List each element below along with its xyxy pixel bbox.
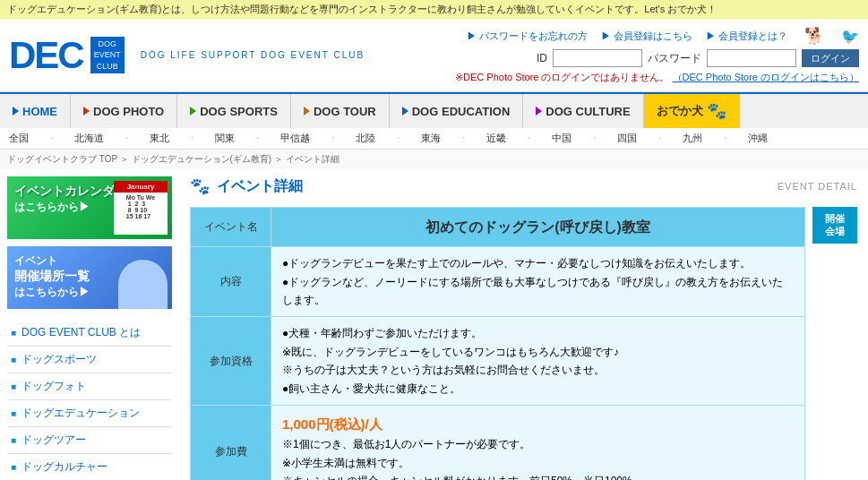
header-links: パスワードをお忘れの方 会員登録はこちら 会員登録とは？ 🐕 🐦 (467, 26, 859, 46)
dog-icon: 🐕 (804, 26, 824, 46)
logo-area: DEC DOGEVENTCLUB DOG LIFE SUPPORT DOG EV… (9, 37, 365, 74)
nav-sports-label: DOG SPORTS (200, 105, 278, 118)
sep3: ・ (178, 132, 206, 145)
content-row: 内容 ●ドッグランデビューを果たす上でのルールや、マナー・必要なしつけ知識をお伝… (191, 247, 805, 317)
region-chugoku[interactable]: 中国 (543, 132, 580, 145)
sep6: ・ (384, 132, 412, 145)
calendar-banner[interactable]: イベントカレンダー はこちらから▶ January Mo Tu We 1 2 3… (7, 176, 172, 239)
breadcrumb-text: ドッグイベントクラブ TOP ＞ ドッグエデュケーション(ギム教育) ＞ イベン… (7, 154, 339, 164)
sidebar-menu-item-3[interactable]: ドッグエデュケーション (7, 400, 172, 427)
region-kyushu[interactable]: 九州 (674, 132, 711, 145)
region-kanto[interactable]: 関東 (206, 132, 244, 145)
region-hokkaido[interactable]: 北海道 (65, 132, 113, 145)
sep5: ・ (319, 132, 347, 145)
dog-placeholder-img (118, 260, 168, 309)
calendar-body: Mo Tu We 1 2 3 8 9 10 15 16 17 (125, 193, 157, 221)
password-input[interactable] (707, 49, 796, 67)
region-nav: 全国 ・ 北海道 ・ 東北 ・ 関東 ・ 甲信越 ・ 北陸 ・ 東海 ・ 近畿 … (0, 128, 868, 150)
nav-home-label: HOME (22, 105, 57, 118)
sep8: ・ (515, 132, 543, 145)
nav-photo-label: DOG PHOTO (93, 105, 164, 118)
event-table: イベント名 初めてのドッグラン(呼び戻し)教室 内容 ●ドッグランデビューを果た… (190, 207, 805, 480)
nav-home[interactable]: HOME (0, 94, 71, 128)
region-koshinetsu[interactable]: 甲信越 (271, 132, 319, 145)
content-title: 🐾 イベント詳細 (190, 176, 303, 196)
nav-education-arrow (402, 107, 408, 116)
sidebar-menu-item-5[interactable]: ドッグカルチャー (7, 454, 172, 480)
sidebar-menu-item-2[interactable]: ドッグフォト (7, 373, 172, 400)
region-hokuriku[interactable]: 北陸 (347, 132, 384, 145)
sidebar-menu-item-4[interactable]: ドッグツアー (7, 427, 172, 454)
nav-education[interactable]: DOG EDUCATION (390, 94, 524, 128)
venue-button[interactable]: 開催 会場 (812, 207, 857, 244)
region-shikoku[interactable]: 四国 (608, 132, 646, 145)
password-label: パスワード (648, 51, 701, 66)
sep7: ・ (450, 132, 477, 145)
id-label: ID (537, 52, 547, 64)
sidebar-menu-item-1[interactable]: ドッグスポーツ (7, 347, 172, 373)
nav-photo[interactable]: DOG PHOTO (71, 94, 177, 128)
nav-photo-arrow (83, 107, 90, 116)
main-layout: イベントカレンダー はこちらから▶ January Mo Tu We 1 2 3… (0, 169, 868, 480)
content-title-text: イベント詳細 (217, 177, 303, 196)
content-area: 🐾 イベント詳細 EVENT DETAIL 開催 会場 イベント名 初めてのドッ… (179, 169, 868, 480)
nav-tour-arrow (304, 107, 310, 116)
nav-home-arrow (13, 107, 19, 116)
register-link[interactable]: 会員登録はこちら (601, 30, 692, 43)
fee-header: 参加費 (191, 405, 271, 480)
fee-amount: 1,000円(税込)/人 (282, 416, 382, 432)
photo-store-notice-text: ※DEC Photo Store のログインではありません。 (455, 72, 669, 82)
id-input[interactable] (553, 49, 642, 67)
venue-banner[interactable]: イベント 開催場所一覧 はこちらから▶ (7, 246, 172, 309)
header: DEC DOGEVENTCLUB DOG LIFE SUPPORT DOG EV… (0, 19, 868, 92)
password-link[interactable]: パスワードをお忘れの方 (467, 30, 588, 43)
odekake-dog-icon: 🐾 (707, 101, 726, 121)
nav-sports-arrow (190, 107, 196, 116)
content-body: 開催 会場 イベント名 初めてのドッグラン(呼び戻し)教室 内容 ●ドッグランデ… (190, 207, 857, 480)
nav-sports[interactable]: DOG SPORTS (177, 94, 291, 128)
top-banner: ドッグエデュケーション(ギム教育)とは、しつけ方法や問題行動などを専門のインスト… (0, 0, 868, 19)
nav-tour-label: DOG TOUR (314, 105, 376, 118)
breadcrumb: ドッグイベントクラブ TOP ＞ ドッグエデュケーション(ギム教育) ＞ イベン… (0, 150, 868, 169)
login-row: ID パスワード ログイン (537, 49, 859, 67)
calendar-header: January (114, 181, 168, 193)
top-banner-text: ドッグエデュケーション(ギム教育)とは、しつけ方法や問題行動などを専門のインスト… (7, 4, 717, 14)
fee-content: 1,000円(税込)/人 ※1個につき、最低お1人のパートナーが必要です。 ※小… (271, 405, 805, 480)
nav-odekake-label: おでか犬 (657, 103, 703, 119)
photo-store-notice: ※DEC Photo Store のログインではありません。 （DEC Phot… (455, 71, 859, 84)
sep11: ・ (711, 132, 739, 145)
region-all[interactable]: 全国 (0, 132, 38, 145)
logo-box: DOGEVENTCLUB (90, 37, 125, 74)
logo-subtitle: DOG LIFE SUPPORT DOG EVENT CLUB (141, 50, 365, 60)
event-name-content: 初めてのドッグラン(呼び戻し)教室 (271, 208, 805, 247)
nav-culture-label: DOG CULTURE (546, 105, 630, 118)
event-name-row: イベント名 初めてのドッグラン(呼び戻し)教室 (191, 208, 805, 247)
content-header-cell: 内容 (191, 247, 271, 317)
photo-store-link[interactable]: （DEC Photo Store のログインはこちら） (673, 72, 859, 82)
sidebar: イベントカレンダー はこちらから▶ January Mo Tu We 1 2 3… (0, 169, 179, 480)
content-header: 🐾 イベント詳細 EVENT DETAIL (190, 176, 857, 196)
register-info-link[interactable]: 会員登録とは？ (706, 30, 787, 43)
nav-culture-arrow (536, 107, 542, 116)
nav-odekake[interactable]: おでか犬 🐾 (644, 94, 740, 128)
sep4: ・ (244, 132, 271, 145)
region-tokai[interactable]: 東海 (412, 132, 450, 145)
event-name-header: イベント名 (191, 208, 271, 247)
region-okinawa[interactable]: 沖縄 (739, 132, 777, 145)
qualification-header: 参加資格 (191, 317, 271, 406)
content-cell: ●ドッグランデビューを果たす上でのルールや、マナー・必要なしつけ知識をお伝えいた… (271, 247, 805, 317)
region-tohoku[interactable]: 東北 (141, 132, 178, 145)
login-button[interactable]: ログイン (802, 49, 859, 67)
event-detail-label: EVENT DETAIL (778, 181, 857, 192)
sidebar-menu-item-0[interactable]: DOG EVENT CLUB とは (7, 320, 172, 347)
twitter-icon: 🐦 (841, 28, 859, 45)
region-kinki[interactable]: 近畿 (477, 132, 515, 145)
nav-culture[interactable]: DOG CULTURE (523, 94, 643, 128)
nav-tour[interactable]: DOG TOUR (291, 94, 390, 128)
sep10: ・ (646, 132, 674, 145)
qualification-row: 参加資格 ●犬種・年齢問わずご参加いただけます。 ※既に、ドッグランデビューをし… (191, 317, 805, 406)
paw-icon: 🐾 (190, 176, 210, 196)
calendar-img: January Mo Tu We 1 2 3 8 9 10 15 16 17 (114, 181, 168, 235)
header-right: パスワードをお忘れの方 会員登録はこちら 会員登録とは？ 🐕 🐦 ID パスワー… (455, 26, 859, 84)
action-buttons: 開催 会場 (812, 207, 857, 480)
